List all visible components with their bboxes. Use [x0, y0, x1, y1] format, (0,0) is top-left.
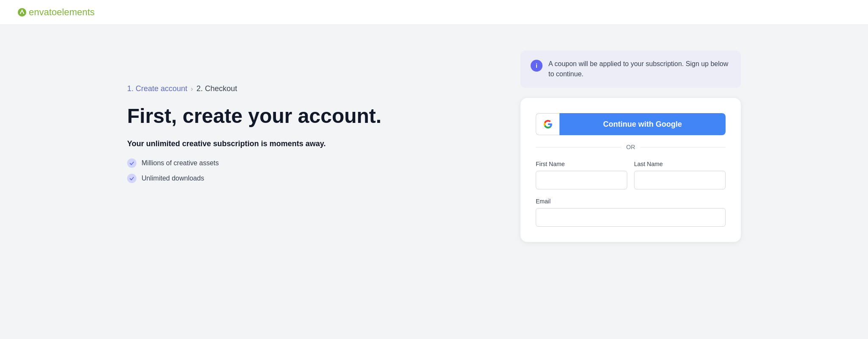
feature-text: Millions of creative assets — [142, 159, 219, 167]
feature-text: Unlimited downloads — [142, 175, 204, 182]
envato-logo-icon — [17, 7, 27, 17]
checkmark-icon — [127, 158, 136, 168]
first-name-label: First Name — [536, 161, 627, 167]
chevron-right-icon: › — [191, 85, 193, 93]
left-panel: 1. Create account › 2. Checkout First, c… — [127, 50, 478, 183]
list-item: Unlimited downloads — [127, 174, 478, 183]
email-group: Email — [536, 198, 726, 227]
coupon-notice: i A coupon will be applied to your subsc… — [520, 50, 741, 88]
logo-text: envatoelements — [29, 7, 95, 18]
divider-line — [640, 147, 726, 147]
breadcrumb: 1. Create account › 2. Checkout — [127, 84, 478, 93]
subtitle: Your unlimited creative subscription is … — [127, 139, 478, 148]
page-title: First, create your account. — [127, 105, 478, 128]
breadcrumb-step2: 2. Checkout — [196, 84, 237, 93]
form-card: Continue with Google OR First Name Last … — [520, 98, 741, 242]
first-name-input[interactable] — [536, 171, 627, 189]
google-button-label: Continue with Google — [559, 113, 726, 135]
coupon-text: A coupon will be applied to your subscri… — [548, 59, 731, 79]
checkmark-icon — [127, 174, 136, 183]
site-header: envatoelements — [0, 0, 868, 25]
or-text: OR — [626, 144, 635, 150]
last-name-label: Last Name — [634, 161, 726, 167]
google-signin-button[interactable]: Continue with Google — [536, 113, 726, 135]
last-name-group: Last Name — [634, 161, 726, 189]
logo[interactable]: envatoelements — [17, 7, 95, 18]
or-divider: OR — [536, 144, 726, 150]
divider-line — [536, 147, 621, 147]
first-name-group: First Name — [536, 161, 627, 189]
name-row: First Name Last Name — [536, 161, 726, 189]
last-name-input[interactable] — [634, 171, 726, 189]
breadcrumb-step1[interactable]: 1. Create account — [127, 84, 187, 93]
right-panel: i A coupon will be applied to your subsc… — [520, 50, 741, 242]
email-input[interactable] — [536, 208, 726, 227]
info-icon: i — [531, 60, 542, 72]
list-item: Millions of creative assets — [127, 158, 478, 168]
feature-list: Millions of creative assets Unlimited do… — [127, 158, 478, 183]
main-content: 1. Create account › 2. Checkout First, c… — [0, 25, 868, 339]
google-icon — [536, 113, 559, 135]
email-label: Email — [536, 198, 726, 205]
